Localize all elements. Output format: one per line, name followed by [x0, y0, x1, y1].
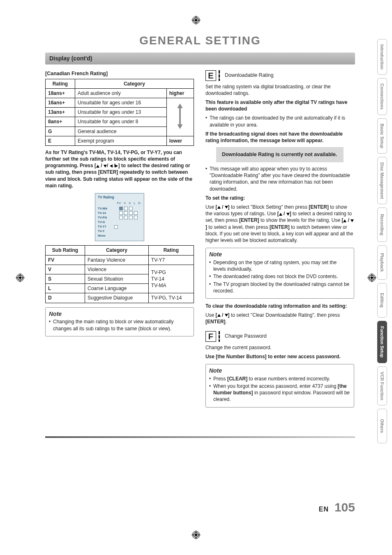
- up-icon: [279, 213, 282, 216]
- side-tab-function-setup[interactable]: Function Setup: [377, 321, 387, 363]
- e-clear-body: Use [ / ] to select "Clear Downloadable …: [205, 312, 354, 325]
- t1-r4c0: G: [46, 127, 75, 136]
- t1-r4c1: General audience: [75, 127, 167, 136]
- side-tab-disc-management[interactable]: Disc Management: [377, 157, 387, 204]
- t2-r4c1: Suggestive Dialogue: [85, 293, 149, 303]
- down-icon: [225, 314, 228, 317]
- section-bar: Display (cont'd): [45, 53, 355, 64]
- e-b2-0: This message will also appear when you t…: [205, 166, 354, 192]
- side-tab-connections[interactable]: Connections: [377, 78, 387, 115]
- section-e-header: E Downloadable Rating: [205, 70, 354, 81]
- t2-h0: Sub Rating: [46, 246, 85, 255]
- page-number: EN105: [319, 499, 355, 516]
- right-column: E Downloadable Rating Set the rating sys…: [205, 69, 354, 412]
- tvh-fv: FV: [117, 201, 121, 205]
- t1-arrow-cell: [166, 98, 194, 136]
- tvh-d: D: [138, 201, 141, 205]
- left-paragraph-1: As for TV Rating's TV-MA, TV-14, TV-PG, …: [45, 149, 194, 189]
- e-note-title: Note: [209, 251, 350, 258]
- tvr-14: TV-14: [98, 211, 112, 215]
- t1-h1: Rating: [46, 79, 75, 88]
- left-column: [Canadian French Rating] Rating Category…: [45, 69, 194, 412]
- e-note-2: The TV program blocked by the downloaded…: [209, 281, 350, 294]
- ec-b: to select "Clear Downloadable Rating", t…: [230, 312, 340, 318]
- tv-rating-box: TV Rating FV V S L D TV-MA TV-14 TV-PG T…: [95, 193, 144, 241]
- es-e: to show the levels for the rating. Use: [259, 217, 342, 223]
- tv-box-title: TV Rating: [98, 195, 141, 200]
- side-tab-basic-setup[interactable]: Basic Setup: [377, 118, 387, 154]
- tvh-v: V: [124, 201, 126, 205]
- t2-r1c1: Violence: [85, 265, 149, 274]
- side-tab-playback[interactable]: Playback: [377, 245, 387, 280]
- es-a: Use: [205, 204, 216, 210]
- side-tab-vcr-function[interactable]: VCR Function: [377, 366, 387, 405]
- f-label: Change Password: [222, 333, 267, 340]
- up-icon: [96, 165, 99, 168]
- sub-rating-table: Sub Rating Category Rating FV Fantasy Vi…: [45, 245, 194, 303]
- t2-r0c0: FV: [46, 255, 85, 265]
- f-note-title: Note: [209, 367, 350, 375]
- down-icon: [350, 219, 354, 222]
- tvr-none: None: [98, 234, 112, 238]
- e-clear-heading: To clear the downloadable rating informa…: [205, 303, 354, 309]
- t2-r2c0: S: [46, 274, 85, 284]
- e-note-1: The downloaded rating does not block the…: [209, 273, 350, 280]
- t1-r5c0: E: [46, 136, 75, 145]
- page-num-value: 105: [334, 500, 355, 514]
- letter-e: E: [205, 70, 216, 81]
- print-reg-mark-left: [16, 273, 25, 282]
- e-bullets1: The ratings can be downloaded by the uni…: [205, 115, 354, 128]
- up-icon: [343, 219, 346, 222]
- f-note: Note Press [CLEAR] to erase numbers ente…: [205, 364, 354, 408]
- tvr-y: TV-Y: [98, 229, 112, 233]
- t2-r1c0: V: [46, 265, 85, 274]
- t1-r3c1: Unsuitable for ages under 8: [75, 117, 167, 127]
- tvh-s: S: [129, 201, 131, 205]
- tvr-g: TV-G: [98, 220, 112, 224]
- t1-r0c1: Adult audience only: [75, 88, 167, 98]
- up-icon: [217, 206, 221, 209]
- f-note-item-1: When you forgot the access password, ent…: [209, 383, 350, 403]
- e-note-0: Depending on the type of rating system, …: [209, 259, 350, 272]
- f-para1: Change the current password.: [205, 344, 354, 351]
- enter-key: [ENTER]: [239, 217, 259, 223]
- enter-key: [ENTER]: [270, 224, 290, 230]
- t1-r0c0: 18ans+: [46, 88, 75, 98]
- t2-h2: Rating: [148, 246, 194, 255]
- t2-h1: Category: [85, 246, 149, 255]
- left-icon: [110, 164, 113, 168]
- side-tab-introduction[interactable]: Introduction: [377, 39, 387, 75]
- e-label: Downloadable Rating: [222, 72, 274, 79]
- divider-icon: [219, 331, 220, 342]
- print-reg-mark-right: [367, 273, 376, 282]
- message-box: Downloadable Rating is currently not ava…: [216, 147, 344, 162]
- svg-point-9: [195, 534, 197, 536]
- side-tab-editing[interactable]: Editing: [377, 283, 387, 318]
- t1-r1c0: 16ans+: [46, 98, 75, 107]
- t2-r4c2: TV-PG, TV-14: [148, 293, 194, 303]
- t1-h2: Category: [75, 79, 194, 88]
- t1-lower: lower: [166, 136, 194, 145]
- t2-r0c2: TV-Y7: [148, 255, 194, 265]
- t2-r3c0: L: [46, 284, 85, 293]
- t2-r2c1: Sexual Situation: [85, 274, 149, 284]
- print-reg-mark-bottom: [191, 530, 201, 539]
- svg-marker-21: [178, 116, 183, 129]
- e-set-body: Use [ / ] to select "Block Setting" then…: [205, 204, 354, 244]
- t1-r2c1: Unsuitable for ages under 13: [75, 108, 167, 117]
- tvh-l: L: [134, 201, 135, 205]
- enter-key: [ENTER]: [309, 204, 329, 210]
- es-b: to select "Block Setting" then press: [230, 204, 309, 210]
- section-f-header: F Change Password: [205, 331, 354, 342]
- e-bold2: If the broadcasting signal does not have…: [205, 131, 354, 144]
- left-note-title: Note: [49, 310, 190, 318]
- double-arrow-icon: [176, 103, 184, 130]
- t2-r3c1: Coarse Language: [85, 284, 149, 293]
- side-tab-recording[interactable]: Recording: [377, 207, 387, 242]
- svg-point-4: [195, 19, 197, 21]
- enter-key: [ENTER]: [205, 319, 226, 325]
- f-note-item-0: Press [CLEAR] to erase numbers entered i…: [209, 375, 350, 382]
- side-tab-others[interactable]: Others: [377, 409, 387, 443]
- t1-r1c1: Unsuitable for ages under 16: [75, 98, 167, 107]
- canadian-french-heading: [Canadian French Rating]: [45, 70, 194, 77]
